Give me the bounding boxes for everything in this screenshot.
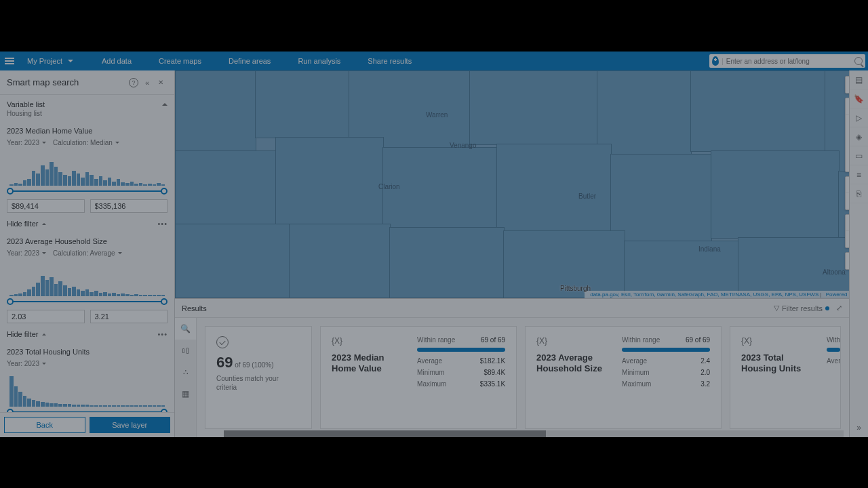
variable-title: 2023 Total Housing Units: [7, 348, 167, 356]
rail-bookmark-icon[interactable]: 🔖: [850, 89, 868, 108]
results-scrollbar[interactable]: [224, 430, 844, 437]
variable-block: 2023 Median Home Value Year: 2023 Calcul…: [7, 127, 167, 228]
topbar: My Project Add data Create maps Define a…: [0, 52, 868, 70]
pin-icon: [712, 56, 719, 66]
stat-card: 2023 Average Household Size Within range…: [525, 326, 722, 429]
variable-list-label: Variable list: [7, 100, 45, 108]
save-layer-button[interactable]: Save layer: [90, 417, 171, 433]
within-range-row: Within range69 of 69: [417, 336, 505, 344]
stat-row: Average$182.1K: [417, 357, 505, 365]
histogram: [7, 152, 167, 186]
stat-row: Aver: [827, 357, 840, 365]
rail-select-icon[interactable]: ▭: [850, 146, 868, 165]
hide-filter-toggle[interactable]: Hide filter•••: [7, 220, 167, 228]
expand-results-button[interactable]: ⤢: [836, 304, 842, 312]
stat-title: 2023 Total Housing Units: [741, 352, 816, 373]
summary-desc: Counties match your criteria: [216, 374, 300, 392]
variable-title: 2023 Average Household Size: [7, 237, 167, 245]
stat-row: Average2.4: [622, 357, 710, 365]
range-bar: [622, 348, 710, 352]
nav-run-analysis[interactable]: Run analysis: [298, 57, 340, 65]
range-slider[interactable]: [7, 298, 167, 306]
results-header: Results ▽ Filter results ⤢: [175, 299, 849, 318]
calc-dropdown[interactable]: Calculation: Median: [53, 139, 119, 146]
variable-block: 2023 Total Housing Units Year: 2023: [7, 348, 167, 412]
range-slider[interactable]: [7, 187, 167, 195]
filter-results-button[interactable]: ▽ Filter results: [774, 304, 829, 312]
within-range-row: With: [827, 336, 840, 344]
sidebar-body: Variable list Housing list 2023 Median H…: [0, 95, 174, 412]
search-box[interactable]: |: [709, 54, 865, 68]
nav-tabs: Add data Create maps Define areas Run an…: [102, 57, 412, 65]
chevron-up-icon: [162, 103, 167, 106]
close-button[interactable]: [154, 76, 167, 89]
check-icon: [216, 336, 229, 348]
variable-list-header[interactable]: Variable list: [7, 100, 167, 108]
variable-list-sub: Housing list: [7, 110, 167, 117]
stat-title: 2023 Average Household Size: [536, 352, 611, 373]
help-button[interactable]: ?: [127, 76, 140, 89]
variable-icon: [741, 336, 753, 348]
filter-icon: ▽: [774, 304, 779, 312]
calc-dropdown[interactable]: Calculation: Average: [53, 249, 122, 257]
stat-row: Maximum$335.1K: [417, 380, 505, 388]
divider: |: [722, 57, 724, 65]
variable-block: 2023 Average Household Size Year: 2023 C…: [7, 237, 167, 338]
map-canvas[interactable]: data.pa.gov, Esri, TomTom, Garmin, SafeG…: [175, 70, 868, 298]
search-icon[interactable]: [854, 57, 863, 65]
tab-table-icon[interactable]: ▦: [175, 383, 196, 405]
range-slider[interactable]: [7, 408, 167, 412]
range-bar: [827, 348, 840, 352]
histogram: [7, 373, 167, 407]
sidebar-footer: Back Save layer: [0, 412, 174, 437]
match-count: 69: [216, 354, 233, 371]
tab-scatter-icon[interactable]: ∴: [175, 361, 196, 383]
nav-create-maps[interactable]: Create maps: [159, 57, 201, 65]
variable-icon: [332, 336, 344, 348]
rail-export-icon[interactable]: ⎘: [850, 184, 868, 203]
search-input[interactable]: [726, 58, 854, 65]
year-dropdown[interactable]: Year: 2023: [7, 360, 46, 367]
rail-measure-icon[interactable]: ▷: [850, 108, 868, 127]
hide-filter-toggle[interactable]: Hide filter•••: [7, 330, 167, 338]
range-min-input[interactable]: [7, 199, 85, 213]
sidebar-header: Smart map search ?: [0, 70, 174, 95]
rail-layers-icon[interactable]: ▤: [850, 70, 868, 89]
chevron-down-icon: [68, 60, 73, 62]
help-icon: ?: [129, 78, 138, 87]
stat-title: 2023 Median Home Value: [332, 352, 406, 373]
stat-row: Minimum$89.4K: [417, 369, 505, 376]
range-bar: [417, 348, 505, 352]
sidebar-title: Smart map search: [7, 77, 127, 87]
back-button[interactable]: Back: [4, 417, 85, 433]
summary-card: 69 of 69 (100%) Counties match your crit…: [205, 326, 312, 429]
results-panel: Results ▽ Filter results ⤢ 🔍 ⫾⫿ ∴ ▦ 69 o…: [175, 298, 849, 437]
more-icon[interactable]: •••: [157, 330, 167, 338]
stat-card: 2023 Median Home Value Within range69 of…: [320, 326, 517, 429]
year-dropdown[interactable]: Year: 2023: [7, 139, 46, 146]
nav-define-areas[interactable]: Define areas: [229, 57, 271, 65]
filter-active-dot: [825, 306, 829, 310]
hamburger-icon[interactable]: [0, 52, 19, 70]
results-cards: 69 of 69 (100%) Counties match your crit…: [197, 318, 849, 437]
range-max-input[interactable]: [90, 310, 168, 323]
stat-row: Minimum2.0: [622, 369, 710, 376]
rail-location-icon[interactable]: ◈: [850, 127, 868, 146]
rail-list-icon[interactable]: ≡: [850, 165, 868, 184]
rail-collapse-icon[interactable]: »: [850, 418, 868, 437]
within-range-row: Within range69 of 69: [622, 336, 710, 344]
right-rail: ▤ 🔖 ▷ ◈ ▭ ≡ ⎘ »: [849, 70, 868, 437]
range-min-input[interactable]: [7, 310, 85, 323]
collapse-button[interactable]: [140, 76, 154, 89]
more-icon[interactable]: •••: [157, 220, 167, 228]
tab-search-icon[interactable]: 🔍: [175, 318, 196, 340]
project-dropdown[interactable]: My Project: [19, 57, 81, 65]
content: data.pa.gov, Esri, TomTom, Garmin, SafeG…: [175, 70, 868, 437]
results-title: Results: [182, 304, 207, 312]
year-dropdown[interactable]: Year: 2023: [7, 249, 46, 257]
sidebar: Smart map search ? Variable list Housing…: [0, 70, 175, 437]
nav-add-data[interactable]: Add data: [102, 57, 132, 65]
range-max-input[interactable]: [90, 199, 168, 213]
nav-share-results[interactable]: Share results: [368, 57, 412, 65]
tab-chart-icon[interactable]: ⫾⫿: [175, 340, 196, 361]
